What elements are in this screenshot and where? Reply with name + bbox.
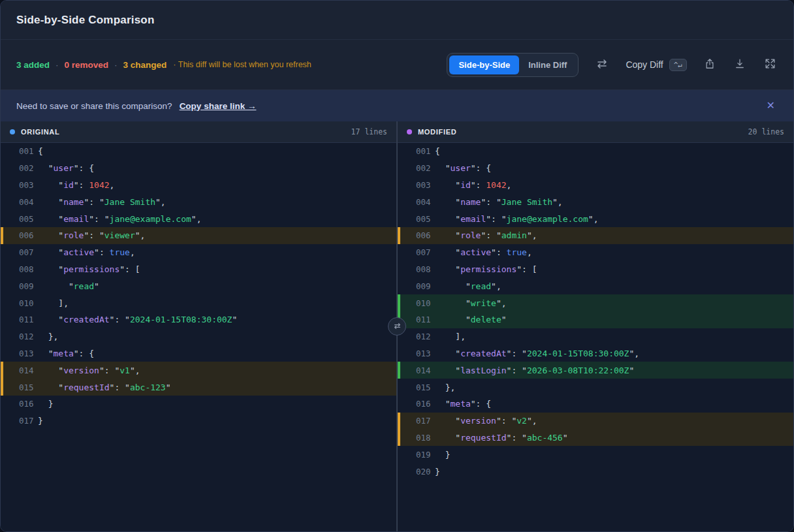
stat-separator: · <box>56 60 59 70</box>
line-content: "active": true, <box>435 247 532 257</box>
code-line: 016 "meta": { <box>398 396 793 413</box>
line-content: "requestId": "abc-123" <box>38 383 171 392</box>
line-content: "role": "viewer", <box>38 230 145 240</box>
code-line: 012 }, <box>1 328 396 345</box>
original-dot-icon <box>10 129 15 134</box>
code-line: 004 "name": "Jane Smith", <box>1 193 396 210</box>
line-content: { <box>435 146 440 156</box>
toolbar: 3 added·0 removed·3 changed · This diff … <box>1 40 793 90</box>
code-line: 010 "write", <box>398 294 793 311</box>
swap-icon <box>393 322 402 332</box>
line-number: 002 <box>416 163 435 173</box>
line-number: 001 <box>416 146 435 156</box>
modified-line-count: 20 lines <box>748 127 784 136</box>
code-line: 006 "role": "admin", <box>398 227 793 244</box>
stat-changed: 3 changed <box>123 60 167 70</box>
line-number: 004 <box>19 197 38 207</box>
stat-added: 3 added <box>16 60 50 70</box>
code-line: 004 "name": "Jane Smith", <box>398 193 793 210</box>
original-panel-header: ORIGINAL 17 lines <box>1 121 396 143</box>
share-banner-message: Need to save or share this comparison? <box>16 101 172 111</box>
code-line: 001{ <box>398 143 793 160</box>
modified-code-pane[interactable]: 001{002 "user": {003 "id": 1042,004 "nam… <box>398 143 793 531</box>
line-content: ], <box>38 298 69 308</box>
line-content: "email": "jane@example.com", <box>38 214 201 224</box>
line-number: 003 <box>416 180 435 190</box>
share-banner: Need to save or share this comparison? C… <box>1 90 793 121</box>
download-button[interactable] <box>733 56 747 73</box>
line-content: } <box>435 450 450 460</box>
line-number: 015 <box>19 383 38 392</box>
code-line: 001{ <box>1 143 396 160</box>
banner-close-button[interactable]: ✕ <box>764 98 778 114</box>
line-number: 001 <box>19 146 38 156</box>
line-content: "role": "admin", <box>435 230 537 240</box>
line-number: 013 <box>416 349 435 358</box>
close-icon: ✕ <box>767 100 775 111</box>
original-code-pane[interactable]: 001{002 "user": {003 "id": 1042,004 "nam… <box>1 143 396 531</box>
line-content: "createdAt": "2024-01-15T08:30:00Z", <box>435 349 639 358</box>
line-number: 005 <box>19 214 38 224</box>
swap-button[interactable] <box>594 57 610 72</box>
line-number: 003 <box>19 180 38 190</box>
copy-share-link[interactable]: Copy share link → <box>180 101 257 111</box>
share-button[interactable] <box>703 56 717 73</box>
line-number: 009 <box>416 281 435 291</box>
toggle-side-by-side[interactable]: Side-by-Side <box>449 55 519 74</box>
modified-panel: MODIFIED 20 lines 001{002 "user": {003 "… <box>398 121 793 531</box>
swap-icon <box>596 59 609 71</box>
line-content: "read" <box>38 281 99 291</box>
stat-separator: · <box>114 60 118 70</box>
code-line: 013 "meta": { <box>1 345 396 362</box>
code-line: 002 "user": { <box>398 160 793 177</box>
fullscreen-button[interactable] <box>763 56 778 73</box>
swap-panels-button[interactable] <box>388 317 406 336</box>
line-number: 002 <box>19 163 38 173</box>
stat-removed: 0 removed <box>65 60 109 70</box>
view-mode-toggle: Side-by-SideInline Diff <box>447 53 579 77</box>
code-line: 014 "lastLogin": "2026-03-08T10:22:00Z" <box>398 362 793 379</box>
code-line: 009 "read", <box>398 277 793 294</box>
code-line: 014 "version": "v1", <box>1 362 396 379</box>
line-number: 007 <box>19 247 38 257</box>
code-line: 017 "version": "v2", <box>398 413 793 430</box>
code-line: 011 "delete" <box>398 311 793 328</box>
code-line: 012 ], <box>398 328 793 345</box>
line-content: "meta": { <box>435 399 491 409</box>
line-content: } <box>435 467 440 477</box>
copy-diff-button[interactable]: Copy Diff ^↵ <box>626 59 687 71</box>
toolbar-actions: Side-by-SideInline Diff Copy Diff ^↵ <box>447 53 778 77</box>
code-line: 011 "createdAt": "2024-01-15T08:30:00Z" <box>1 311 396 328</box>
line-number: 006 <box>19 230 38 240</box>
line-content: } <box>38 399 53 409</box>
line-number: 018 <box>416 433 435 443</box>
line-content: }, <box>38 332 58 341</box>
code-line: 008 "permissions": [ <box>1 261 396 278</box>
copy-diff-label: Copy Diff <box>626 59 663 70</box>
line-content: }, <box>435 383 455 392</box>
line-number: 015 <box>416 383 435 392</box>
line-number: 007 <box>416 247 435 257</box>
line-number: 014 <box>416 366 435 375</box>
line-number: 009 <box>19 281 38 291</box>
line-content: "version": "v2", <box>435 416 537 426</box>
line-number: 016 <box>19 399 38 409</box>
toggle-inline-diff[interactable]: Inline Diff <box>519 55 576 74</box>
line-content: "active": true, <box>38 247 135 257</box>
line-content: "permissions": [ <box>38 264 140 274</box>
line-content: ], <box>435 332 466 341</box>
code-line: 007 "active": true, <box>398 244 793 261</box>
code-line: 003 "id": 1042, <box>398 177 793 194</box>
page-title: Side-by-Side Comparison <box>16 14 154 27</box>
download-icon <box>734 57 746 72</box>
line-number: 019 <box>416 450 435 460</box>
share-icon <box>704 57 716 72</box>
line-content: "createdAt": "2024-01-15T08:30:00Z" <box>38 315 237 324</box>
copy-diff-shortcut-badge: ^↵ <box>669 59 687 71</box>
line-content: "requestId": "abc-456" <box>435 433 568 443</box>
code-line: 006 "role": "viewer", <box>1 227 396 244</box>
code-line: 009 "read" <box>1 277 396 294</box>
code-line: 013 "createdAt": "2024-01-15T08:30:00Z", <box>398 345 793 362</box>
line-content: "email": "jane@example.com", <box>435 214 598 224</box>
line-number: 004 <box>416 197 435 207</box>
